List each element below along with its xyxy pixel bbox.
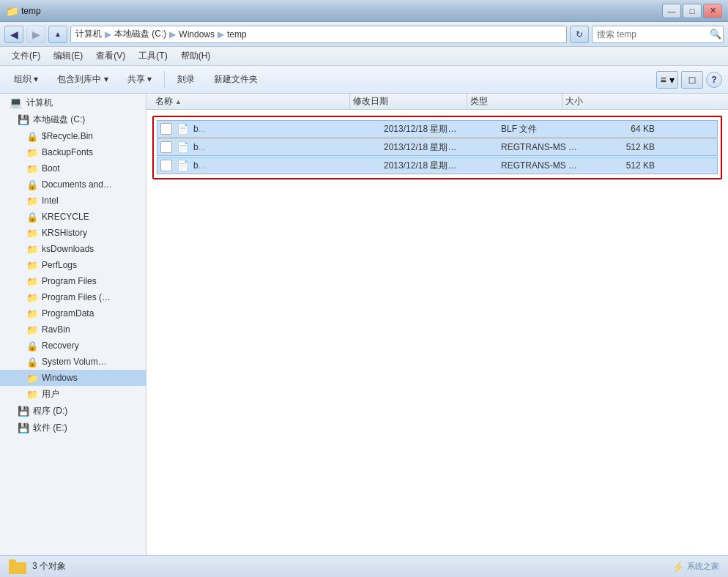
sidebar-item-boot[interactable]: 📁 Boot: [0, 160, 146, 176]
sidebar-label-krecycle: KRECYCLE: [42, 212, 89, 222]
file-icon-3: 📄: [177, 160, 189, 171]
computer-icon: 💻: [9, 96, 23, 109]
file-checkbox-3[interactable]: [160, 160, 172, 171]
file-row[interactable]: 📄 b... 2013/12/18 星期… BLF 文件 64 KB: [157, 120, 718, 138]
program-files-x-folder-icon: 📁: [26, 292, 38, 303]
sidebar-label-ravbin: RavBin: [42, 324, 70, 335]
file-row[interactable]: 📄 b... 2013/12/18 星期… REGTRANS-MS … 512 …: [157, 157, 718, 174]
menu-edit[interactable]: 编辑(E): [48, 48, 89, 64]
file-checkbox-2[interactable]: [160, 141, 172, 153]
search-icon[interactable]: 🔍: [710, 29, 721, 40]
menu-view[interactable]: 查看(V): [90, 48, 131, 64]
up-button[interactable]: ▲: [48, 26, 67, 43]
menu-file[interactable]: 文件(F): [6, 48, 46, 64]
sidebar-item-krsh[interactable]: 📁 KRSHistory: [0, 225, 146, 241]
krecycle-icon: 🔒: [26, 212, 38, 223]
sidebar-item-documents[interactable]: 🔒 Documents and…: [0, 176, 146, 193]
sidebar-item-computer[interactable]: 💻 计算机: [0, 94, 146, 111]
file-list[interactable]: 📄 b... 2013/12/18 星期… BLF 文件 64 KB 📄 b..…: [146, 110, 728, 555]
sidebar-item-backupfonts[interactable]: 📁 BackupFonts: [0, 144, 146, 160]
share-button[interactable]: 共享 ▾: [119, 69, 160, 91]
col-name-label: 名称: [155, 95, 173, 108]
sidebar-item-users[interactable]: 📁 用户: [0, 386, 146, 403]
sidebar-item-local-c[interactable]: 💾 本地磁盘 (C:): [0, 111, 146, 128]
ksdown-folder-icon: 📁: [26, 244, 38, 255]
sidebar-item-programdata[interactable]: 📁 ProgramData: [0, 305, 146, 321]
help-button[interactable]: ?: [706, 72, 722, 88]
sidebar-label-ksdown: ksDownloads: [42, 244, 94, 254]
sidebar-item-program-files[interactable]: 📁 Program Files: [0, 273, 146, 289]
breadcrumb-item-computer[interactable]: 计算机: [75, 28, 102, 40]
maximize-button[interactable]: □: [683, 4, 702, 18]
menu-help[interactable]: 帮助(H): [175, 48, 217, 64]
refresh-button[interactable]: ↻: [570, 26, 589, 43]
watermark-icon: ⚡: [672, 561, 684, 573]
drive-e-icon: 💾: [18, 422, 29, 433]
file-date-2: 2013/12/18 星期…: [384, 141, 501, 154]
sidebar-item-ravbin[interactable]: 📁 RavBin: [0, 321, 146, 338]
users-folder-icon: 📁: [26, 389, 38, 400]
sidebar-item-drive-e[interactable]: 💾 软件 (E:): [0, 420, 146, 436]
toolbar: 组织 ▾ 包含到库中 ▾ 共享 ▾ 刻录 新建文件夹 ≡ ▾ □ ?: [0, 66, 728, 94]
burn-button[interactable]: 刻录: [169, 69, 203, 91]
sidebar-item-recycle[interactable]: 🔒 $Recycle.Bin: [0, 128, 146, 144]
sidebar-label-systemvol: System Volum…: [42, 357, 107, 367]
status-folder-icon: [9, 559, 26, 574]
file-icon-1: 📄: [177, 123, 189, 135]
sidebar-item-drive-d[interactable]: 💾 程序 (D:): [0, 403, 146, 420]
search-input[interactable]: [597, 29, 707, 40]
menu-tools[interactable]: 工具(T): [133, 48, 173, 64]
search-box[interactable]: 🔍: [592, 26, 724, 43]
krsh-folder-icon: 📁: [26, 228, 38, 239]
intel-folder-icon: 📁: [26, 196, 38, 206]
breadcrumb[interactable]: 计算机 ▶ 本地磁盘 (C:) ▶ Windows ▶ temp: [70, 26, 567, 43]
view-toggle-button[interactable]: ≡ ▾: [656, 71, 678, 89]
col-header-type[interactable]: 类型: [467, 94, 562, 109]
col-header-date[interactable]: 修改日期: [350, 94, 467, 109]
watermark: ⚡ 系统之家: [672, 561, 719, 573]
sidebar-label-boot: Boot: [42, 163, 60, 174]
new-folder-button[interactable]: 新建文件夹: [206, 69, 266, 91]
sidebar-item-perf[interactable]: 📁 PerfLogs: [0, 257, 146, 273]
sidebar-item-program-files-x[interactable]: 📁 Program Files (…: [0, 289, 146, 305]
file-checkbox-1[interactable]: [160, 123, 172, 135]
col-header-size[interactable]: 大小: [562, 94, 722, 109]
include-library-button[interactable]: 包含到库中 ▾: [49, 69, 116, 91]
file-size-3: 512 KB: [596, 160, 655, 171]
sidebar-item-systemvol[interactable]: 🔒 System Volum…: [0, 354, 146, 370]
organize-button[interactable]: 组织 ▾: [6, 69, 46, 91]
sort-arrow-name: ▲: [175, 98, 182, 105]
file-row[interactable]: 📄 b... 2013/12/18 星期… REGTRANS-MS … 512 …: [157, 138, 718, 156]
documents-icon: 🔒: [26, 179, 38, 190]
drive-d-icon: 💾: [18, 406, 29, 417]
sidebar[interactable]: 💻 计算机 💾 本地磁盘 (C:) 🔒 $Recycle.Bin 📁 Backu…: [0, 94, 146, 555]
sidebar-label-program-files: Program Files: [42, 276, 97, 286]
close-button[interactable]: ✕: [703, 4, 722, 18]
breadcrumb-item-drive[interactable]: 本地磁盘 (C:): [114, 28, 166, 40]
drive-c-icon: 💾: [18, 114, 29, 125]
breadcrumb-item-temp[interactable]: temp: [227, 29, 247, 40]
ravbin-folder-icon: 📁: [26, 324, 38, 335]
breadcrumb-item-windows[interactable]: Windows: [179, 29, 215, 40]
sidebar-item-recovery[interactable]: 🔒 Recovery: [0, 338, 146, 354]
sidebar-item-intel[interactable]: 📁 Intel: [0, 193, 146, 209]
pane-toggle-button[interactable]: □: [681, 71, 703, 89]
content-area: 名称 ▲ 修改日期 类型 大小 📄 b... 2013/12/18 星期: [146, 94, 728, 555]
backupfonts-folder-icon: 📁: [26, 147, 38, 158]
menu-bar: 文件(F) 编辑(E) 查看(V) 工具(T) 帮助(H): [0, 47, 728, 66]
program-files-folder-icon: 📁: [26, 276, 38, 287]
sidebar-label-windows: Windows: [42, 373, 78, 383]
breadcrumb-sep-2: ▶: [169, 29, 176, 40]
sidebar-label-computer: 计算机: [26, 97, 53, 109]
folder-icon-title: 📁: [6, 5, 18, 17]
back-button[interactable]: ◀: [4, 26, 23, 43]
sidebar-label-perf: PerfLogs: [42, 260, 77, 270]
minimize-button[interactable]: —: [662, 4, 681, 18]
main-layout: 💻 计算机 💾 本地磁盘 (C:) 🔒 $Recycle.Bin 📁 Backu…: [0, 94, 728, 555]
sidebar-item-windows[interactable]: 📁 Windows: [0, 370, 146, 386]
forward-button[interactable]: ▶: [26, 26, 45, 43]
sidebar-item-krecycle[interactable]: 🔒 KRECYCLE: [0, 209, 146, 225]
file-type-1: BLF 文件: [501, 123, 596, 135]
sidebar-item-ksdown[interactable]: 📁 ksDownloads: [0, 241, 146, 257]
col-header-name[interactable]: 名称 ▲: [152, 94, 350, 109]
